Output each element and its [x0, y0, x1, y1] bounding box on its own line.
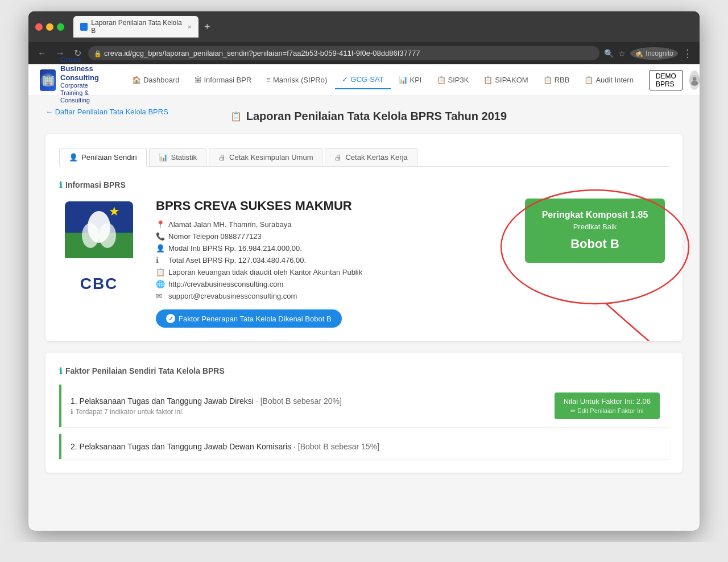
svg-point-10 — [99, 223, 116, 248]
nav-rbb[interactable]: 📋 RBB — [536, 71, 577, 89]
address-bar-wrapper: 🔒 — [88, 46, 599, 60]
cbc-svg-logo: ★ — [62, 199, 136, 272]
phone-icon: 📞 — [156, 232, 165, 241]
faktor-item-1-right: Nilai Untuk Faktor Ini: 2.06 ✏ Edit Peni… — [555, 392, 660, 419]
title-bar: Laporan Penilaian Tata Kelola B ✕ + — [28, 11, 700, 42]
cbc-label: CBC — [59, 275, 139, 293]
url-input[interactable] — [88, 46, 599, 60]
faktor-header: Faktor Penilaian Sendiri Tata Kelola BPR… — [59, 366, 669, 375]
nav-dashboard[interactable]: 🏠 Dashboard — [125, 71, 187, 89]
new-tab-button[interactable]: + — [200, 20, 215, 34]
info-bprs-header: Informasi BPRS — [59, 180, 669, 189]
bprs-email: ✉ support@crevabusinessconsulting.com — [156, 292, 504, 300]
globe-icon: 🌐 — [156, 280, 165, 288]
svg-text:🏢: 🏢 — [42, 74, 55, 86]
svg-text:★: ★ — [109, 204, 120, 218]
incognito-badge: 🕵 Incognito — [630, 47, 678, 60]
page-title-wrapper: 📋 Laporan Penilaian Tata Kelola BPRS Tah… — [230, 110, 507, 123]
tab-cetak-kk-icon: 🖨 — [334, 153, 342, 162]
laporan-icon: 📋 — [156, 268, 165, 276]
nav-kpi[interactable]: 📊 KPI — [392, 71, 429, 89]
incognito-label: Incognito — [646, 49, 673, 57]
svg-point-4 — [691, 81, 698, 86]
rating-predikat: Predikat Baik — [542, 222, 648, 231]
tab-cetak-kertas[interactable]: 🖨 Cetak Kertas Kerja — [325, 148, 417, 166]
faktor-item-1-subtitle: ℹ Terdapat 7 indikator untuk faktor ini. — [71, 408, 555, 416]
bprs-phone: 📞 Nomor Telepon 0888777123 — [156, 232, 504, 241]
svg-point-9 — [82, 223, 99, 248]
page-content: 🏢 Creva Business Consulting Corporate Tr… — [28, 64, 700, 531]
traffic-lights — [35, 23, 64, 31]
edit-faktor-1-button[interactable]: Nilai Untuk Faktor Ini: 2.06 ✏ Edit Peni… — [555, 392, 660, 419]
nav-sipakom[interactable]: 📋 SIPAKOM — [477, 71, 535, 89]
tab-penilaian-sendiri[interactable]: 👤 Penilaian Sendiri — [59, 148, 147, 167]
nilai-label: Nilai Untuk Faktor Ini: 2.06 — [564, 397, 651, 406]
rating-bobot: Bobot B — [542, 237, 648, 251]
email-icon: ✉ — [156, 292, 165, 300]
rating-title: Peringkat Komposit 1.85 — [542, 210, 648, 220]
faktor-item-2: 2. Pelaksanaan Tugas dan Tanggung Jawab … — [59, 434, 669, 459]
tab-favicon — [80, 23, 88, 31]
minimize-button[interactable] — [46, 23, 53, 31]
aset-icon: ℹ — [156, 256, 165, 265]
info-bprs-section: Informasi BPRS — [59, 180, 669, 328]
rating-box: Peringkat Komposit 1.85 Predikat Baik Bo… — [525, 199, 665, 263]
tab-bar: Laporan Penilaian Tata Kelola B ✕ + — [73, 16, 693, 38]
nav-right: DEMO BPRS demo.bprs SIPRo dan GCG-SAT BP… — [650, 60, 700, 100]
faktor-card: Faktor Penilaian Sendiri Tata Kelola BPR… — [46, 353, 682, 473]
faktor-item-1: 1. Pelaksanaan Tugas dan Tanggung Jawab … — [59, 385, 669, 427]
faktor-item-1-title: 1. Pelaksanaan Tugas dan Tanggung Jawab … — [71, 396, 555, 406]
bobot-button[interactable]: Faktor Penerapan Tata Kelola Dikenai Bob… — [156, 309, 342, 328]
page-title-icon: 📋 — [230, 111, 242, 122]
bprs-info-grid: ★ CBC BPRS CREVA SUKSES MAKMUR 📍 Alamat … — [59, 199, 669, 328]
user-avatar — [689, 71, 700, 90]
address-bar-right: 🔍 ☆ 🕵 Incognito ⋮ — [604, 47, 693, 60]
close-button[interactable] — [35, 23, 43, 31]
info-small-icon: ℹ — [71, 408, 73, 416]
user-info: demo.bprs SIPRo dan GCG-SAT BPRS — [689, 60, 700, 100]
bprs-name: BPRS CREVA SUKSES MAKMUR — [156, 199, 504, 213]
tab-navigation: 👤 Penilaian Sendiri 📊 Statistik 🖨 Cetak … — [59, 148, 669, 167]
tab-cetak-kesimpulan[interactable]: 🖨 Cetak Kesimpulan Umum — [209, 148, 322, 166]
incognito-icon: 🕵 — [635, 49, 643, 57]
nav-gcg-sat[interactable]: ✓ GCG-SAT — [335, 71, 390, 89]
bprs-laporan: 📋 Laporan keuangan tidak diaudit oleh Ka… — [156, 268, 504, 276]
logo-svg: 🏢 — [40, 72, 56, 88]
bprs-address: 📍 Alamat Jalan MH. Thamrin, Surabaya — [156, 220, 504, 229]
maximize-button[interactable] — [57, 23, 64, 31]
main-navigation: 🏠 Dashboard 🏛 Informasi BPR ≡ Manrisk (S… — [125, 71, 640, 89]
lock-icon: 🔒 — [94, 49, 102, 57]
nav-informasi-bpr[interactable]: 🏛 Informasi BPR — [188, 71, 259, 89]
logo-text: Creva Business Consulting Corporate Trai… — [60, 55, 105, 104]
tab-penilaian-icon: 👤 — [69, 153, 78, 162]
more-menu-button[interactable]: ⋮ — [682, 47, 693, 60]
bprs-website: 🌐 http://crevabusinessconsulting.com — [156, 280, 504, 288]
location-icon: 📍 — [156, 220, 165, 229]
nav-sip3k[interactable]: 📋 SIP3K — [430, 71, 476, 89]
cbc-logo-graphic: ★ — [62, 199, 136, 272]
nav-manrisk[interactable]: ≡ Manrisk (SIPRo) — [259, 71, 334, 89]
faktor-item-2-title: 2. Pelaksanaan Tugas dan Tanggung Jawab … — [71, 442, 660, 451]
tab-title: Laporan Penilaian Tata Kelola B — [91, 19, 184, 35]
search-icon[interactable]: 🔍 — [604, 49, 614, 58]
bprs-modal: 👤 Modal Inti BPRS Rp. 16.984.214.000,00. — [156, 244, 504, 253]
cbc-logo-area: ★ CBC — [59, 199, 139, 293]
modal-icon: 👤 — [156, 244, 165, 253]
breadcrumb-link[interactable]: Daftar Penilaian Tata Kelola BPRS — [46, 108, 168, 116]
nav-audit-intern[interactable]: 📋 Audit Intern — [577, 71, 640, 89]
bprs-details: BPRS CREVA SUKSES MAKMUR 📍 Alamat Jalan … — [156, 199, 504, 328]
tab-close-button[interactable]: ✕ — [187, 24, 192, 30]
logo-icon: 🏢 — [40, 69, 56, 91]
tab-statistik-icon: 📊 — [159, 153, 168, 162]
avatar-svg — [689, 71, 700, 90]
edit-label: ✏ Edit Penilaian Faktor Ini — [564, 407, 651, 415]
bobot-button-label: Faktor Penerapan Tata Kelola Dikenai Bob… — [179, 315, 332, 323]
active-tab[interactable]: Laporan Penilaian Tata Kelola B ✕ — [73, 16, 198, 38]
rating-area: Peringkat Komposit 1.85 Predikat Baik Bo… — [521, 199, 669, 263]
bookmark-icon[interactable]: ☆ — [618, 49, 626, 58]
main-card: 👤 Penilaian Sendiri 📊 Statistik 🖨 Cetak … — [46, 134, 682, 341]
address-bar: ← → ↻ 🔒 🔍 ☆ 🕵 Incognito ⋮ — [28, 42, 700, 64]
page-title: Laporan Penilaian Tata Kelola BPRS Tahun… — [246, 110, 507, 123]
tab-statistik[interactable]: 📊 Statistik — [149, 148, 207, 166]
demo-badge: DEMO BPRS — [650, 70, 682, 90]
